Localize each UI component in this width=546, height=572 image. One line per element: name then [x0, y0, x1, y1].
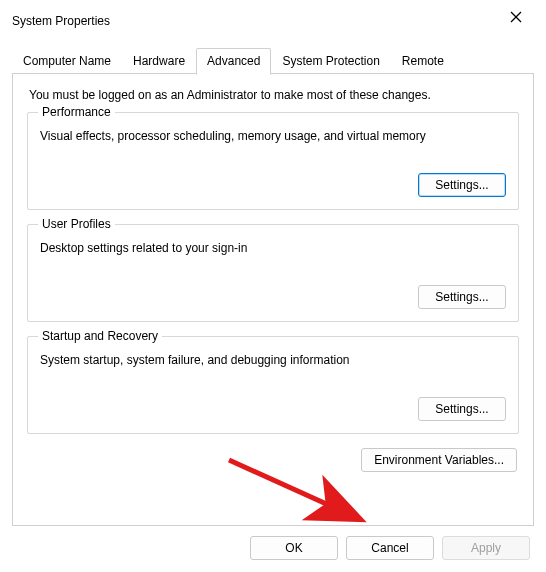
performance-desc: Visual effects, processor scheduling, me…: [40, 129, 506, 143]
startup-desc: System startup, system failure, and debu…: [40, 353, 506, 367]
window-title: System Properties: [10, 6, 110, 28]
close-icon: [510, 11, 522, 23]
env-button-row: Environment Variables...: [27, 448, 519, 472]
tabstrip: Computer Name Hardware Advanced System P…: [0, 48, 546, 74]
startup-recovery-group: Startup and Recovery System startup, sys…: [27, 336, 519, 434]
cancel-button[interactable]: Cancel: [346, 536, 434, 560]
tab-hardware[interactable]: Hardware: [122, 48, 196, 74]
user-profiles-settings-button[interactable]: Settings...: [418, 285, 506, 309]
startup-legend: Startup and Recovery: [38, 329, 162, 343]
admin-notice: You must be logged on as an Administrato…: [29, 88, 519, 102]
tab-computer-name[interactable]: Computer Name: [12, 48, 122, 74]
performance-group: Performance Visual effects, processor sc…: [27, 112, 519, 210]
system-properties-window: System Properties Computer Name Hardware…: [0, 0, 546, 572]
tab-remote[interactable]: Remote: [391, 48, 455, 74]
user-profiles-desc: Desktop settings related to your sign-in: [40, 241, 506, 255]
ok-button[interactable]: OK: [250, 536, 338, 560]
tab-system-protection[interactable]: System Protection: [271, 48, 390, 74]
user-profiles-group: User Profiles Desktop settings related t…: [27, 224, 519, 322]
environment-variables-button[interactable]: Environment Variables...: [361, 448, 517, 472]
titlebar: System Properties: [0, 0, 546, 34]
user-profiles-legend: User Profiles: [38, 217, 115, 231]
startup-settings-button[interactable]: Settings...: [418, 397, 506, 421]
dialog-footer: OK Cancel Apply: [0, 526, 546, 572]
advanced-panel: You must be logged on as an Administrato…: [12, 74, 534, 526]
apply-button: Apply: [442, 536, 530, 560]
close-button[interactable]: [496, 0, 536, 34]
tab-advanced[interactable]: Advanced: [196, 48, 271, 75]
performance-settings-button[interactable]: Settings...: [418, 173, 506, 197]
performance-legend: Performance: [38, 105, 115, 119]
